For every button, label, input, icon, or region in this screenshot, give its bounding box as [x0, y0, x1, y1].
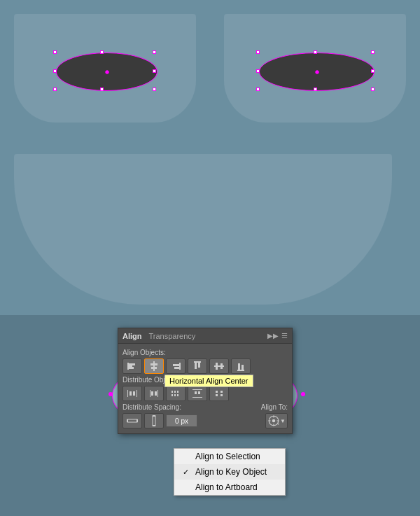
svg-rect-18: [241, 365, 244, 370]
transparency-tab[interactable]: Transparency: [149, 332, 196, 340]
align-to-dropdown-menu: Align to Selection ✓ Align to Key Object…: [174, 448, 286, 496]
handle-r-ml: [256, 69, 260, 73]
dist-center-v-btn[interactable]: [209, 386, 229, 401]
dropdown-item-artboard[interactable]: Align to Artboard: [174, 480, 285, 495]
handle-r-bl: [256, 88, 260, 91]
handle-r-tl: [256, 50, 260, 54]
handle-r-bc: [314, 88, 317, 91]
center-handle-left: [105, 70, 108, 74]
align-center-tooltip: Horizontal Align Center: [164, 375, 253, 387]
svg-rect-9: [174, 367, 179, 369]
handle-r-tc: [314, 50, 317, 54]
check-key-object: ✓: [183, 468, 191, 477]
svg-rect-19: [127, 390, 128, 397]
bottom-panel: [14, 154, 392, 305]
svg-rect-41: [127, 419, 137, 422]
spacing-row: Distribute Spacing: Align To:: [122, 403, 288, 411]
curve-dot-4: [108, 392, 113, 396]
svg-rect-0: [127, 363, 129, 370]
align-objects-row: Horizontal Align Center: [122, 358, 288, 374]
center-handle-right: [315, 70, 318, 74]
handle-r-mr: [371, 69, 374, 73]
check-selection: [183, 452, 191, 461]
dist-center-h-btn[interactable]: [144, 386, 164, 401]
svg-rect-25: [151, 391, 153, 396]
svg-rect-24: [158, 390, 158, 397]
top-left-panel: [14, 14, 196, 123]
align-to-dropdown-btn[interactable]: ▼: [265, 413, 288, 428]
svg-rect-5: [150, 363, 158, 365]
align-to-label: Align To:: [261, 403, 288, 411]
handle-ml: [53, 69, 57, 73]
svg-rect-36: [198, 391, 200, 394]
align-center-h-btn[interactable]: Horizontal Align Center: [144, 358, 164, 374]
svg-rect-33: [192, 389, 202, 390]
svg-rect-6: [151, 367, 157, 369]
svg-rect-10: [194, 361, 201, 363]
svg-rect-37: [216, 391, 218, 393]
svg-rect-40: [220, 394, 223, 396]
svg-rect-26: [155, 391, 157, 396]
dropdown-item-key-object[interactable]: ✓ Align to Key Object: [174, 464, 285, 480]
svg-rect-2: [129, 363, 135, 365]
align-objects-label: Align Objects:: [122, 349, 288, 356]
spacing-h-btn[interactable]: [122, 413, 142, 428]
handle-bl: [53, 88, 57, 91]
svg-rect-38: [216, 394, 218, 396]
handle-mr: [153, 69, 156, 73]
menu-arrow-icon[interactable]: ▶▶: [267, 332, 279, 340]
svg-rect-29: [174, 391, 176, 393]
align-center-v-btn[interactable]: [209, 358, 229, 374]
dist-right-btn[interactable]: [166, 386, 186, 401]
handle-tc: [100, 50, 104, 54]
svg-rect-22: [133, 391, 135, 396]
svg-rect-20: [136, 390, 137, 397]
check-artboard: [183, 483, 191, 491]
svg-rect-11: [195, 363, 197, 369]
spacing-input[interactable]: 0 px: [166, 414, 197, 427]
svg-rect-23: [150, 390, 150, 397]
svg-rect-44: [153, 416, 155, 426]
svg-rect-35: [195, 391, 197, 394]
svg-rect-12: [198, 363, 200, 368]
align-top-btn[interactable]: [188, 358, 207, 374]
svg-rect-39: [220, 391, 223, 393]
spacing-controls-row: 0 px ▼: [122, 413, 288, 428]
dropdown-item-selection[interactable]: Align to Selection: [174, 449, 285, 464]
curve-dot-6: [301, 392, 305, 396]
svg-rect-14: [216, 363, 218, 370]
svg-rect-8: [173, 364, 179, 366]
spacing-v-btn[interactable]: [144, 413, 164, 428]
svg-rect-7: [179, 363, 181, 370]
ellipse-left: [56, 53, 158, 91]
dist-left-btn[interactable]: [122, 386, 142, 401]
svg-rect-30: [174, 394, 176, 396]
svg-rect-27: [172, 391, 173, 393]
align-bottom-btn[interactable]: [231, 358, 251, 374]
svg-rect-17: [238, 363, 240, 370]
svg-rect-34: [192, 397, 202, 398]
handle-tr: [153, 50, 156, 54]
svg-rect-31: [177, 391, 178, 393]
ellipse-right: [259, 53, 374, 91]
align-left-btn[interactable]: [122, 358, 142, 374]
top-right-panel: [224, 14, 406, 123]
dist-top-btn[interactable]: [188, 386, 207, 401]
distribute-spacing-label: Distribute Spacing:: [122, 403, 181, 411]
svg-rect-16: [237, 370, 244, 371]
align-panel: Align Transparency ▶▶ ☰ Align Objects: H…: [118, 328, 293, 434]
handle-bc: [100, 88, 104, 91]
svg-rect-15: [220, 363, 223, 369]
svg-rect-21: [130, 391, 132, 396]
panel-menu-icon[interactable]: ☰: [281, 332, 288, 340]
svg-point-48: [272, 419, 276, 423]
panel-body: Align Objects: Horizontal Align Center: [118, 344, 292, 433]
handle-tl: [53, 50, 57, 54]
panel-header: Align Transparency ▶▶ ☰: [118, 328, 292, 344]
align-right-btn[interactable]: [166, 358, 186, 374]
handle-r-tr: [371, 50, 374, 54]
handle-r-br: [371, 88, 374, 91]
handle-br: [153, 88, 156, 91]
dropdown-arrow-icon: ▼: [280, 418, 286, 424]
align-tab[interactable]: Align: [122, 332, 142, 340]
